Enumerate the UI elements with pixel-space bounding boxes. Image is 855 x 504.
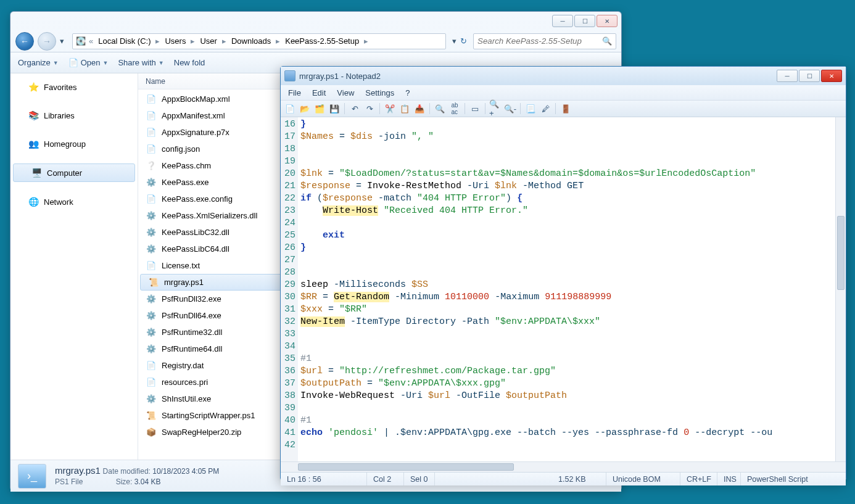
new-folder-button[interactable]: New fold [174,58,205,67]
nav-label: Libraries [44,111,75,120]
file-icon: 📄 [146,194,157,204]
ps1-file-icon: ›_ [18,464,46,489]
history-dropdown-icon[interactable]: ▾ [60,36,68,46]
explorer-titlebar[interactable]: ─ ☐ ✕ [10,12,621,30]
redo-icon[interactable]: ↷ [363,102,376,115]
nav-favorites[interactable]: ⭐ Favorites [10,78,138,96]
chevron-down-icon[interactable]: ▾ [452,36,456,46]
file-name: KeePassLibC64.dll [162,244,229,254]
file-icon: ❔ [146,161,157,170]
file-name: PsfRuntime32.dll [162,328,222,337]
scheme-icon[interactable]: 📃 [524,102,537,115]
refresh-icon[interactable]: ↻ [460,36,467,46]
drive-icon: 💽 [75,36,86,46]
search-input[interactable] [477,36,602,46]
search-icon[interactable]: 🔍 [602,36,612,46]
nav-label: Network [44,197,73,207]
organize-label: Organize [18,58,51,67]
file-name: PsfRuntime64.dll [162,344,222,353]
menu-file[interactable]: File [283,87,306,99]
status-bar: Ln 16 : 56 Col 2 Sel 0 1.52 KB Unicode B… [281,472,846,485]
menu-settings[interactable]: Settings [360,87,399,99]
nav-computer[interactable]: 🖥️ Computer [13,163,135,182]
menu-view[interactable]: View [332,87,359,99]
file-name: config.json [162,144,200,154]
vertical-scrollbar[interactable] [835,117,846,461]
address-controls: ▾ ↻ [450,36,469,46]
code-content[interactable]: } $Names = $dis -join ", " $lnk = "$Load… [298,117,846,461]
nav-homegroup[interactable]: 👥 Homegroup [10,135,138,152]
zoom-in-icon[interactable]: 🔍+ [489,102,502,115]
file-name: KeePass.XmlSerializers.dll [162,211,257,220]
file-icon: 📄 [146,378,157,387]
customize-icon[interactable]: 🖉 [539,102,552,115]
file-icon: 📄 [146,94,157,104]
close-button[interactable]: ✕ [821,70,842,82]
chevron-right-icon: ▸ [361,36,371,46]
browse-icon[interactable]: 🗂️ [313,102,326,115]
open-menu[interactable]: 📄 Open ▼ [68,58,109,67]
maximize-button[interactable]: ☐ [574,15,595,27]
breadcrumb-segment[interactable]: Users [162,35,188,47]
open-file-icon[interactable]: 📂 [298,102,312,115]
notepad2-icon [284,70,295,81]
file-icon: ⚙️ [146,178,157,187]
file-icon: ⚙️ [146,311,157,320]
file-icon: ⚙️ [146,244,157,254]
zoom-out-icon[interactable]: 🔍- [503,102,517,115]
file-name: AppxManifest.xml [162,111,225,120]
share-menu[interactable]: Share with ▼ [118,58,163,67]
minimize-button[interactable]: ─ [777,70,798,82]
nav-network[interactable]: 🌐 Network [10,193,138,210]
network-icon: 🌐 [28,197,39,207]
nav-label: Homegroup [44,139,86,149]
file-icon: 📜 [148,278,159,287]
file-icon: 📄 [146,361,157,370]
breadcrumb[interactable]: 💽 « Local Disk (C:) ▸ Users ▸ User ▸ Dow… [72,33,446,49]
file-name: AppxBlockMap.xml [162,94,230,104]
window-title: mrgray.ps1 - Notepad2 [299,72,777,81]
close-button[interactable]: ✕ [597,15,618,27]
breadcrumb-segment[interactable]: User [197,35,219,47]
cut-icon[interactable]: ✂️ [383,102,397,115]
back-button[interactable]: ← [15,32,34,51]
menu-edit[interactable]: Edit [307,87,331,99]
paste-icon[interactable]: 📥 [413,102,426,115]
chevron-down-icon: ▼ [102,60,108,66]
explorer-navbar: ← → ▾ 💽 « Local Disk (C:) ▸ Users ▸ User… [10,30,621,52]
breadcrumb-segment[interactable]: Local Disk (C:) [96,35,153,47]
word-wrap-icon[interactable]: ▭ [468,102,482,115]
file-icon: ⚙️ [146,394,157,403]
maximize-button[interactable]: ☐ [799,70,820,82]
editor-area[interactable]: 1617181920212223242526272829303132333435… [281,117,846,461]
replace-icon[interactable]: abac [448,102,461,115]
status-language: PowerShell Script [741,473,846,485]
exit-icon[interactable]: 🚪 [559,102,572,115]
nav-label: Computer [47,168,82,178]
breadcrumb-segment[interactable]: KeePass-2.55-Setup [283,35,361,47]
scrollbar-thumb[interactable] [298,463,514,471]
save-icon[interactable]: 💾 [328,102,341,115]
file-name: PsfRunDll32.exe [162,294,221,304]
organize-menu[interactable]: Organize ▼ [18,58,59,67]
explorer-window-controls: ─ ☐ ✕ [552,15,618,27]
file-icon: ⚙️ [146,211,157,220]
file-icon: 📦 [146,428,157,437]
new-file-icon[interactable]: 📄 [283,102,297,115]
chevron-right-icon: ▸ [273,36,283,46]
detail-modified-label: Date modified: [103,467,151,476]
search-box[interactable]: 🔍 [473,33,616,49]
toolbar: 📄 📂 🗂️ 💾 ↶ ↷ ✂️ 📋 📥 🔍 abac ▭ 🔍+ 🔍- 📃 🖉 🚪 [281,100,846,117]
undo-icon[interactable]: ↶ [348,102,361,115]
scrollbar-thumb[interactable] [837,216,845,290]
breadcrumb-segment[interactable]: Downloads [229,35,273,47]
detail-size-value: 3.04 KB [134,477,161,486]
find-icon[interactable]: 🔍 [433,102,447,115]
minimize-button[interactable]: ─ [552,15,573,27]
forward-button[interactable]: → [38,32,56,51]
notepad2-titlebar[interactable]: mrgray.ps1 - Notepad2 ─ ☐ ✕ [281,67,846,85]
horizontal-scrollbar[interactable] [281,461,846,472]
copy-icon[interactable]: 📋 [398,102,411,115]
nav-libraries[interactable]: 📚 Libraries [10,107,138,124]
menu-help[interactable]: ? [400,87,415,99]
